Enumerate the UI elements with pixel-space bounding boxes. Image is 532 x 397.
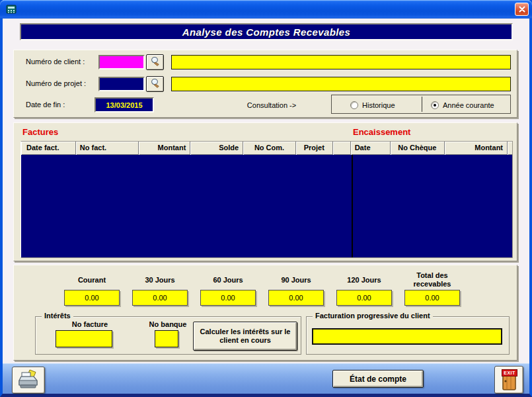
column-header-spacer bbox=[333, 142, 351, 155]
calculate-interests-button[interactable]: Calculer les intérêts sur le client en c… bbox=[193, 322, 297, 351]
page-title-banner: Analyse des Comptes Recevables bbox=[20, 23, 513, 40]
page-title: Analyse des Comptes Recevables bbox=[182, 26, 351, 38]
receivables-grid: Date fact. No fact. Montant Solde No Com… bbox=[20, 141, 513, 258]
bucket-value-30[interactable]: 0.00 bbox=[132, 290, 188, 306]
consultation-radio-group: Historique Année courante bbox=[331, 95, 511, 114]
no-banque-label: No banque bbox=[141, 320, 194, 328]
facturation-group: Facturation progressive du client bbox=[306, 316, 510, 355]
bucket-label-courant: Courant bbox=[64, 276, 120, 285]
column-header-projet[interactable]: Projet bbox=[296, 142, 333, 155]
column-header-montant-enc[interactable]: Montant bbox=[445, 142, 508, 155]
no-facture-input[interactable] bbox=[56, 330, 112, 347]
bucket-label-60: 60 Jours bbox=[200, 276, 256, 285]
bucket-label-120: 120 Jours bbox=[336, 276, 392, 285]
etat-de-compte-button[interactable]: État de compte bbox=[332, 370, 424, 388]
app-window: Analyse des Comptes Recevables Numéro de… bbox=[0, 0, 532, 397]
form-panel: Numéro de client : Numéro de projet : bbox=[13, 50, 517, 118]
project-name-field[interactable] bbox=[171, 77, 511, 91]
no-facture-label: No facture bbox=[59, 320, 120, 328]
exit-button[interactable]: EXIT bbox=[494, 366, 523, 394]
grid-header-row: Date fact. No fact. Montant Solde No Com… bbox=[21, 142, 512, 155]
client-area: Analyse des Comptes Recevables Numéro de… bbox=[3, 19, 529, 394]
aging-panel: Courant 30 Jours 60 Jours 90 Jours 120 J… bbox=[13, 265, 517, 361]
bottom-bar: État de compte EXIT bbox=[3, 363, 529, 394]
client-browse-button[interactable] bbox=[146, 54, 164, 70]
exit-sign-label: EXIT bbox=[502, 369, 517, 376]
exit-door-icon: EXIT bbox=[499, 369, 519, 391]
print-button[interactable] bbox=[12, 367, 45, 394]
project-number-input[interactable] bbox=[98, 77, 145, 91]
radio-historique-circle[interactable] bbox=[350, 101, 358, 109]
bucket-label-90: 90 Jours bbox=[268, 276, 324, 285]
radio-group-divider bbox=[422, 97, 422, 112]
project-browse-button[interactable] bbox=[146, 76, 164, 92]
printer-icon bbox=[17, 369, 40, 392]
project-number-label: Numéro de projet : bbox=[26, 79, 86, 87]
interets-group: Intérêts No facture No banque Calculer l… bbox=[35, 316, 301, 355]
bucket-value-120[interactable]: 0.00 bbox=[336, 290, 392, 306]
column-header-date-fact[interactable]: Date fact. bbox=[21, 142, 76, 155]
bucket-value-total[interactable]: 0.00 bbox=[404, 290, 460, 306]
encaissement-section-title: Encaissement bbox=[353, 127, 410, 137]
radio-historique[interactable]: Historique bbox=[350, 95, 395, 114]
tables-panel: Factures Encaissement Date fact. No fact… bbox=[13, 122, 517, 261]
column-header-date[interactable]: Date bbox=[351, 142, 391, 155]
magnifier-icon bbox=[149, 78, 161, 91]
radio-annee-courante[interactable]: Année courante bbox=[431, 95, 494, 114]
interets-group-label: Intérêts bbox=[42, 312, 73, 320]
titlebar[interactable] bbox=[0, 0, 532, 19]
column-header-solde[interactable]: Solde bbox=[190, 142, 243, 155]
magnifier-icon bbox=[149, 56, 161, 69]
column-header-filler bbox=[508, 142, 512, 155]
grid-section-separator bbox=[352, 155, 353, 257]
radio-annee-courante-circle[interactable] bbox=[431, 101, 439, 109]
column-header-no-com[interactable]: No Com. bbox=[243, 142, 296, 155]
radio-historique-label: Historique bbox=[362, 101, 395, 109]
bucket-label-total: Total des recevables bbox=[404, 271, 460, 288]
column-header-montant[interactable]: Montant bbox=[139, 142, 191, 155]
column-header-no-cheque[interactable]: No Chèque bbox=[391, 142, 445, 155]
grid-body[interactable] bbox=[21, 155, 512, 257]
column-header-no-fact[interactable]: No fact. bbox=[76, 142, 139, 155]
close-icon[interactable] bbox=[515, 3, 529, 16]
radio-annee-courante-label: Année courante bbox=[443, 101, 494, 109]
bucket-value-courant[interactable]: 0.00 bbox=[64, 290, 120, 306]
end-date-label: Date de fin : bbox=[26, 101, 65, 109]
app-icon bbox=[6, 4, 17, 15]
bucket-value-60[interactable]: 0.00 bbox=[200, 290, 256, 306]
bucket-value-90[interactable]: 0.00 bbox=[268, 290, 324, 306]
no-banque-input[interactable] bbox=[155, 330, 178, 347]
facturation-progressive-field[interactable] bbox=[312, 328, 502, 345]
factures-section-title: Factures bbox=[22, 127, 58, 137]
end-date-field[interactable]: 13/03/2015 bbox=[95, 97, 154, 112]
bucket-label-30: 30 Jours bbox=[132, 276, 188, 285]
client-name-field[interactable] bbox=[171, 55, 511, 69]
facturation-group-label: Facturation progressive du client bbox=[313, 312, 433, 320]
consultation-label: Consultation -> bbox=[232, 101, 311, 109]
client-number-input[interactable] bbox=[98, 55, 145, 69]
client-number-label: Numéro de client : bbox=[26, 58, 85, 66]
